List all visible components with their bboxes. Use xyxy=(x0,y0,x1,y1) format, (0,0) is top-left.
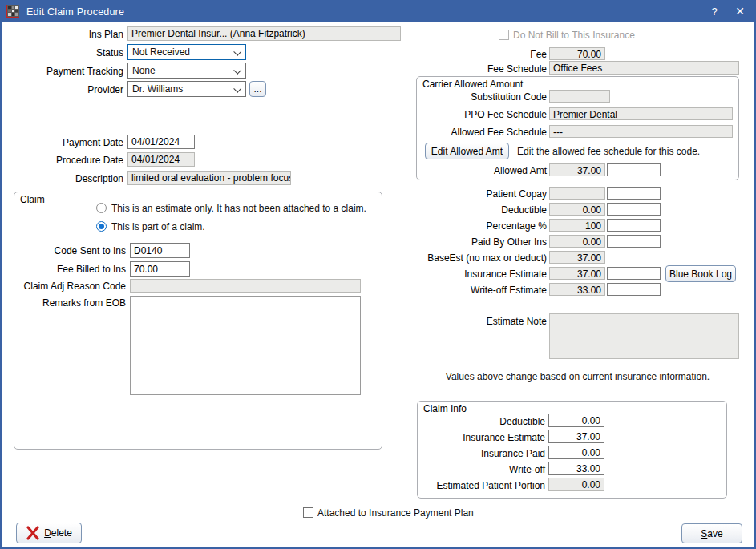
substitution-code-field xyxy=(549,90,610,103)
ci-write-off-input[interactable] xyxy=(548,462,604,475)
description-label: Description xyxy=(2,173,123,184)
ins-plan-label: Ins Plan xyxy=(2,29,123,40)
fee-schedule-label: Fee Schedule xyxy=(306,63,547,75)
patient-copay-field xyxy=(549,187,605,200)
edit-claim-procedure-dialog: Edit Claim Procedure ? ✕ Ins Plan Premie… xyxy=(0,0,756,549)
allowed-amt-label: Allowed Amt xyxy=(306,165,547,176)
insurance-estimate-label: Insurance Estimate xyxy=(306,268,547,280)
write-off-estimate-field: 33.00 xyxy=(549,283,605,296)
attached-payment-plan-label[interactable]: Attached to Insurance Payment Plan xyxy=(317,507,474,519)
ci-insurance-estimate-label: Insurance Estimate xyxy=(306,432,545,443)
claim-info-group-label: Claim Info xyxy=(423,403,467,414)
fee-label: Fee xyxy=(306,49,547,60)
window-title: Edit Claim Procedure xyxy=(26,6,124,18)
ci-write-off-label: Write-off xyxy=(306,464,545,475)
do-not-bill-label: Do Not Bill to This Insurance xyxy=(513,30,635,41)
description-field: limited oral evaluation - problem focuse… xyxy=(127,171,291,185)
percentage-field: 100 xyxy=(549,219,605,232)
ci-insurance-estimate-input[interactable] xyxy=(548,430,604,443)
ci-insurance-paid-input[interactable] xyxy=(548,446,604,459)
ci-est-patient-portion-field: 0.00 xyxy=(548,478,604,491)
titlebar: Edit Claim Procedure ? ✕ xyxy=(2,2,754,22)
ci-deductible-input[interactable] xyxy=(548,414,604,427)
remarks-label: Remarks from EOB xyxy=(2,297,126,309)
payment-date-label: Payment Date xyxy=(2,137,123,148)
deductible-label: Deductible xyxy=(306,204,547,216)
ci-est-patient-portion-label: Estimated Patient Portion xyxy=(306,480,545,491)
fee-schedule-field: Office Fees xyxy=(549,61,739,75)
procedure-date-label: Procedure Date xyxy=(2,155,123,166)
delete-x-icon xyxy=(26,526,40,540)
values-note: Values above change based on current ins… xyxy=(416,371,739,382)
insurance-estimate-override-input[interactable] xyxy=(607,267,661,280)
fee-field: 70.00 xyxy=(549,47,605,60)
carrier-group-label: Carrier Allowed Amount xyxy=(422,79,523,90)
deductible-field: 0.00 xyxy=(549,203,605,216)
ci-deductible-label: Deductible xyxy=(306,416,545,427)
fee-billed-label: Fee Billed to Ins xyxy=(2,264,126,275)
allowed-fee-schedule-label: Allowed Fee Schedule xyxy=(306,127,547,138)
chevron-down-icon xyxy=(233,85,241,93)
provider-more-button[interactable]: ... xyxy=(249,81,266,97)
deductible-override-input[interactable] xyxy=(607,203,661,216)
paid-by-other-ins-override-input[interactable] xyxy=(607,235,661,248)
substitution-code-label: Substitution Code xyxy=(306,91,547,103)
percentage-label: Percentage % xyxy=(306,220,547,232)
payment-tracking-select[interactable]: None xyxy=(127,63,246,79)
estimate-note-label: Estimate Note xyxy=(306,316,547,327)
percentage-override-input[interactable] xyxy=(607,219,661,232)
radio-estimate-only[interactable] xyxy=(96,203,107,213)
insurance-estimate-field: 37.00 xyxy=(549,267,605,280)
payment-tracking-label: Payment Tracking xyxy=(2,66,123,77)
claim-group-label: Claim xyxy=(20,194,45,205)
help-button[interactable]: ? xyxy=(703,2,726,22)
blue-book-log-button[interactable]: Blue Book Log xyxy=(665,265,736,282)
provider-select[interactable]: Dr. Williams xyxy=(127,81,246,97)
base-est-label: BaseEst (no max or deduct) xyxy=(306,252,547,264)
code-sent-input[interactable] xyxy=(130,243,190,258)
radio-part-of-claim-label[interactable]: This is part of a claim. xyxy=(111,221,205,232)
edit-allowed-hint: Edit the allowed fee schedule for this c… xyxy=(517,146,700,157)
ppo-fee-schedule-field: Premier Dental xyxy=(549,107,733,120)
paid-by-other-ins-field: 0.00 xyxy=(549,235,605,248)
edit-allowed-amt-button[interactable]: Edit Allowed Amt xyxy=(425,143,509,159)
payment-date-input[interactable] xyxy=(127,135,195,149)
radio-part-of-claim[interactable] xyxy=(96,221,107,232)
claim-adj-reason-label: Claim Adj Reason Code xyxy=(2,281,126,292)
delete-button[interactable]: Delete xyxy=(16,523,82,543)
attached-payment-plan-checkbox[interactable] xyxy=(303,507,313,518)
allowed-amt-field: 37.00 xyxy=(549,163,605,176)
base-est-field: 37.00 xyxy=(549,251,605,264)
paid-by-other-ins-label: Paid By Other Ins xyxy=(306,236,547,248)
patient-copay-label: Patient Copay xyxy=(306,188,547,200)
allowed-fee-schedule-field: --- xyxy=(549,125,733,138)
chevron-down-icon xyxy=(233,67,241,75)
write-off-estimate-override-input[interactable] xyxy=(607,283,661,296)
remarks-textarea[interactable] xyxy=(130,296,361,395)
close-button[interactable]: ✕ xyxy=(729,2,751,22)
fee-billed-input[interactable] xyxy=(130,261,190,277)
status-select[interactable]: Not Received xyxy=(127,44,246,60)
chevron-down-icon xyxy=(233,48,241,56)
ins-plan-field: Premier Dental Insur... (Anna Fitzpatric… xyxy=(127,26,401,41)
patient-copay-override-input[interactable] xyxy=(607,187,661,200)
procedure-date-field: 04/01/2024 xyxy=(127,152,195,167)
write-off-estimate-label: Write-off Estimate xyxy=(306,285,547,296)
app-grid-icon xyxy=(6,5,19,18)
save-button[interactable]: Save xyxy=(681,523,742,543)
do-not-bill-checkbox xyxy=(499,30,509,40)
status-label: Status xyxy=(2,47,123,59)
estimate-note-textarea xyxy=(549,313,739,359)
code-sent-label: Code Sent to Ins xyxy=(2,245,126,256)
provider-label: Provider xyxy=(2,84,123,95)
ci-insurance-paid-label: Insurance Paid xyxy=(306,448,545,459)
ppo-fee-schedule-label: PPO Fee Schedule xyxy=(306,109,547,120)
allowed-amt-override-input[interactable] xyxy=(607,163,661,176)
